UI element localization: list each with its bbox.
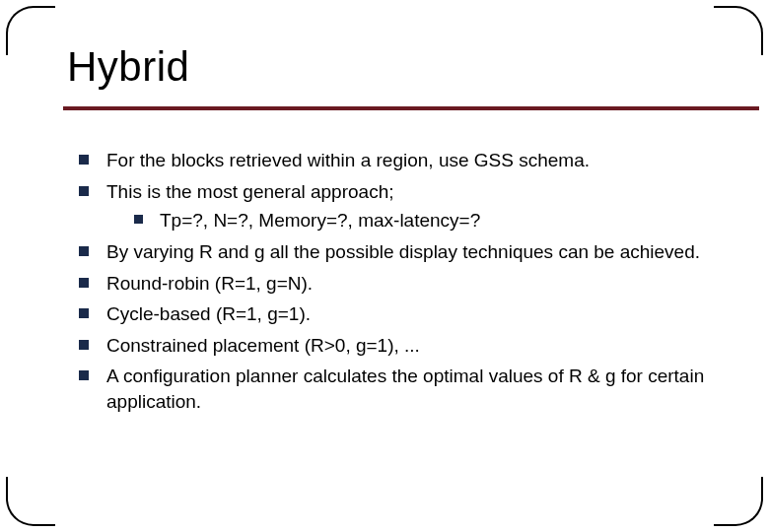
list-item: For the blocks retrieved within a region… (79, 148, 710, 173)
frame-corner (6, 477, 55, 526)
slide-title: Hybrid (67, 43, 189, 91)
slide: Hybrid For the blocks retrieved within a… (0, 0, 769, 532)
bullet-text: This is the most general approach; (106, 181, 394, 202)
list-item: A configuration planner calculates the o… (79, 364, 710, 414)
bullet-text: Tp=?, N=?, Memory=?, max-latency=? (160, 210, 480, 231)
frame-corner (714, 6, 763, 55)
bullet-text: A configuration planner calculates the o… (106, 366, 704, 412)
bullet-list: For the blocks retrieved within a region… (79, 148, 710, 415)
frame-corner (6, 6, 55, 55)
list-item: Tp=?, N=?, Memory=?, max-latency=? (134, 208, 710, 233)
list-item: Constrained placement (R>0, g=1), ... (79, 333, 710, 359)
slide-body: For the blocks retrieved within a region… (79, 148, 710, 421)
title-underline (63, 106, 759, 110)
sub-bullet-list: Tp=?, N=?, Memory=?, max-latency=? (106, 208, 710, 233)
bullet-text: By varying R and g all the possible disp… (106, 241, 700, 262)
bullet-text: Constrained placement (R>0, g=1), ... (106, 335, 420, 356)
list-item: This is the most general approach; Tp=?,… (79, 179, 710, 233)
list-item: Cycle-based (R=1, g=1). (79, 301, 710, 327)
list-item: Round-robin (R=1, g=N). (79, 271, 710, 297)
frame-corner (714, 477, 763, 526)
bullet-text: Round-robin (R=1, g=N). (106, 273, 313, 294)
bullet-text: Cycle-based (R=1, g=1). (106, 303, 311, 324)
bullet-text: For the blocks retrieved within a region… (106, 150, 590, 170)
list-item: By varying R and g all the possible disp… (79, 239, 710, 265)
